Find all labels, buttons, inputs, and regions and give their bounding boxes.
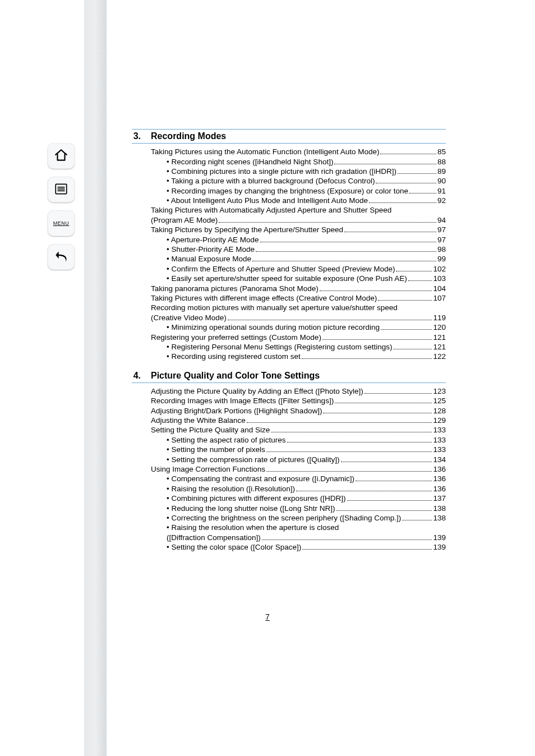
toc-entry-text: Taking Pictures with Automatically Adjus… (151, 205, 391, 215)
toc-page-number: 120 (433, 322, 446, 332)
toc-sub-entry[interactable]: • About Intelligent Auto Plus Mode and I… (151, 196, 446, 205)
toc-page-number: 138 (433, 513, 446, 523)
toc-page-number: 89 (437, 167, 446, 176)
toc-leader-dots (341, 455, 432, 462)
toc-entry[interactable]: Adjusting the White Balance129 (151, 416, 446, 425)
back-button[interactable] (48, 244, 75, 270)
home-icon (54, 148, 68, 164)
toc-button[interactable] (48, 177, 75, 202)
toc-leader-dots (369, 196, 436, 203)
toc-page-number: 133 (433, 435, 446, 445)
toc-entry[interactable]: Taking Pictures with different image eff… (151, 293, 446, 303)
toc-page-number: 139 (433, 533, 446, 542)
toc-entry-text: Taking panorama pictures (Panorama Shot … (151, 284, 319, 293)
toc-leader-dots (302, 352, 432, 359)
toc-page-number: 94 (437, 215, 446, 225)
toc-sub-entry[interactable]: • Recording using registered custom set1… (151, 352, 446, 361)
toc-sub-entry[interactable]: • Raising the resolution ([i.Resolution]… (151, 484, 446, 494)
toc-sub-entry[interactable]: • Recording images by changing the brigh… (151, 186, 446, 196)
toc-entry-text: (Program AE Mode) (151, 215, 218, 225)
toc-entry[interactable]: Setting the Picture Quality and Size133 (151, 425, 446, 435)
toc-leader-dots (378, 293, 432, 301)
toc-entry[interactable]: Recording motion pictures with manually … (151, 303, 446, 312)
toc-page-number: 136 (433, 484, 446, 494)
home-button[interactable] (48, 143, 75, 169)
toc-leader-dots (334, 156, 436, 164)
toc-sub-entry[interactable]: • Confirm the Effects of Aperture and Sh… (151, 264, 446, 274)
toc-page-number: 128 (433, 406, 446, 416)
toc-entry-text: • Compensating the contrast and exposure… (167, 474, 354, 483)
toc-page-number: 121 (433, 342, 446, 352)
toc-entry-text: • Combining pictures with different expo… (167, 494, 346, 503)
toc-page-number: 136 (433, 464, 446, 474)
toc-entry-text: • Recording images by changing the brigh… (167, 186, 408, 196)
toc-entry[interactable]: Taking Pictures by Specifying the Apertu… (151, 225, 446, 234)
toc-leader-dots (302, 542, 432, 550)
toc-entry[interactable]: (Creative Video Mode)119 (151, 313, 446, 322)
toc-sub-entry[interactable]: • Shutter-Priority AE Mode98 (151, 245, 446, 254)
toc-page-number: 98 (437, 245, 446, 254)
toc-page-number: 102 (433, 264, 446, 274)
toc-sub-entry[interactable]: • Manual Exposure Mode99 (151, 254, 446, 264)
toc-leader-dots (381, 322, 432, 330)
toc-page-number: 123 (433, 386, 446, 396)
toc-page-number: 137 (433, 494, 446, 503)
toc-page-number: 99 (437, 254, 446, 264)
toc-entry-text: • Setting the aspect ratio of pictures (167, 435, 286, 445)
toc-page-number: 136 (433, 474, 446, 483)
toc-entry-text: • Recording using registered custom set (167, 352, 301, 361)
toolbar: MENU (48, 143, 77, 270)
toc-sub-entry[interactable]: • Aperture-Priority AE Mode97 (151, 235, 446, 245)
page-number: 7 (0, 612, 535, 621)
toc-sub-entry[interactable]: • Recording night scenes ([iHandheld Nig… (151, 156, 446, 166)
toc-sub-entry[interactable]: • Compensating the contrast and exposure… (151, 474, 446, 483)
toc-sub-entry[interactable]: • Combining pictures with different expo… (151, 494, 446, 503)
toc-sub-entry[interactable]: • Reducing the long shutter noise ([Long… (151, 504, 446, 513)
toc-entry-text: Adjusting Bright/Dark Portions ([Highlig… (151, 406, 322, 416)
menu-label: MENU (53, 220, 70, 226)
toc-sub-entry[interactable]: • Setting the aspect ratio of pictures13… (151, 435, 446, 445)
toc-leader-dots (393, 342, 432, 349)
toc-entry[interactable]: (Program AE Mode)94 (151, 215, 446, 225)
toc-sub-entry[interactable]: • Minimizing operational sounds during m… (151, 322, 446, 332)
toc-page-number: 119 (433, 313, 446, 322)
section-title: Recording Modes (151, 131, 226, 141)
toc-leader-dots (262, 533, 432, 540)
toc-page-number: 97 (437, 225, 446, 234)
toc-leader-dots (266, 445, 432, 452)
toc-page-number: 134 (433, 455, 446, 464)
toc-sub-entry[interactable]: ([Diffraction Compensation])139 (151, 533, 446, 542)
toc-entry-text: Taking Pictures using the Automatic Func… (151, 147, 379, 156)
toc-entry[interactable]: Registering your preferred settings (Cus… (151, 332, 446, 342)
toc-leader-dots (296, 484, 432, 491)
toc-sub-entry[interactable]: • Raising the resolution when the apertu… (151, 523, 446, 532)
toc-sub-entry[interactable]: • Easily set aperture/shutter speed for … (151, 274, 446, 283)
toc-sub-entry[interactable]: • Setting the compression rate of pictur… (151, 455, 446, 464)
toc-sub-entry[interactable]: • Correcting the brightness on the scree… (151, 513, 446, 523)
toc-sub-entry[interactable]: • Combining pictures into a single pictu… (151, 167, 446, 176)
toc-entry[interactable]: Taking Pictures with Automatically Adjus… (151, 205, 446, 215)
toc-sub-entry[interactable]: • Setting the number of pixels133 (151, 445, 446, 454)
toc-sub-entry[interactable]: • Registering Personal Menu Settings (Re… (151, 342, 446, 352)
toc-leader-dots (323, 405, 432, 413)
toc-entry-text: Registering your preferred settings (Cus… (151, 333, 321, 342)
toc-entry[interactable]: Adjusting the Picture Quality by Adding … (151, 386, 446, 396)
toc-entry[interactable]: Using Image Correction Functions136 (151, 464, 446, 474)
toc-entry[interactable]: Recording Images with Image Effects ([Fi… (151, 396, 446, 405)
toc-entry-text: Recording motion pictures with manually … (151, 303, 398, 312)
toc-sub-entry[interactable]: • Taking a picture with a blurred backgr… (151, 176, 446, 186)
toc-page-number: 91 (437, 186, 446, 196)
toc-entry[interactable]: Taking Pictures using the Automatic Func… (151, 147, 446, 156)
toc-page-number: 103 (433, 274, 446, 283)
toc-entry-text: Taking Pictures by Specifying the Apertu… (151, 225, 343, 234)
toc-entry-text: Adjusting the Picture Quality by Adding … (151, 386, 363, 396)
toc-sub-entry[interactable]: • Setting the color space ([Color Space]… (151, 542, 446, 552)
toc-leader-dots (380, 147, 436, 154)
toc-page-number: 122 (433, 352, 446, 361)
menu-button[interactable]: MENU (48, 210, 75, 236)
toc-page-number: 138 (433, 504, 446, 513)
toc-entry[interactable]: Taking panorama pictures (Panorama Shot … (151, 284, 446, 293)
back-icon (54, 249, 68, 265)
toc-page-number: 133 (433, 445, 446, 454)
toc-entry[interactable]: Adjusting Bright/Dark Portions ([Highlig… (151, 405, 446, 415)
